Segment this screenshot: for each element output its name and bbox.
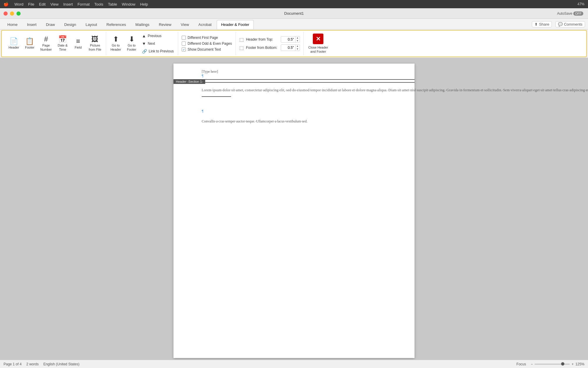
menu-edit[interactable]: Edit (39, 2, 46, 6)
close-x-icon (313, 34, 323, 44)
diff-first-page-label: Different First Page (188, 36, 218, 40)
type-here-text[interactable]: [Type here] (202, 69, 386, 74)
insert-group: 📄 Header 📋 Footer # PageNumber 📅 Date &T… (4, 32, 106, 55)
footer-label: Footer (25, 46, 34, 49)
status-bar: Page 1 of 4 2 words English (United Stat… (0, 360, 588, 368)
tab-references[interactable]: References (102, 20, 130, 29)
page-top-margin: [Type here] ¶ (173, 64, 415, 78)
minimize-window-button[interactable] (10, 11, 14, 16)
menu-insert[interactable]: Insert (63, 2, 73, 6)
maximize-window-button[interactable] (16, 11, 21, 16)
share-button[interactable]: ⬆ Share (532, 21, 552, 27)
document-area: [Type here] ¶ Header -Section 1- Lorem·i… (0, 58, 588, 360)
date-time-button[interactable]: 📅 Date &Time (56, 34, 70, 53)
tab-insert[interactable]: Insert (23, 20, 41, 29)
share-label: Share (539, 22, 549, 26)
header-section-label: Header -Section 1- (173, 79, 205, 84)
field-icon: ≡ (76, 38, 80, 45)
zoom-slider-track[interactable] (534, 364, 570, 365)
menu-word[interactable]: Word (14, 2, 24, 6)
next-button[interactable]: ▼ Next (140, 40, 176, 47)
go-to-footer-button[interactable]: ⬇ Go toFooter (125, 34, 138, 53)
menu-view[interactable]: View (50, 2, 59, 6)
diff-odd-even-checkbox[interactable] (182, 42, 186, 46)
tab-review[interactable]: Review (154, 20, 176, 29)
diff-odd-even-label: Different Odd & Even Pages (188, 42, 232, 46)
field-label: Field (75, 46, 82, 49)
menu-tools[interactable]: Tools (94, 2, 103, 6)
menu-file[interactable]: File (28, 2, 34, 6)
field-button[interactable]: ≡ Field (71, 36, 85, 51)
footer-bottom-spinners[interactable]: ▲ ▼ (295, 45, 300, 51)
picture-from-file-button[interactable]: 🖼 Picturefrom File (87, 34, 103, 53)
tab-draw[interactable]: Draw (41, 20, 59, 29)
battery-indicator: 47% (577, 2, 584, 6)
diff-first-page-checkbox[interactable] (182, 36, 186, 40)
previous-icon: ▲ (142, 34, 146, 38)
tab-mailings[interactable]: Mailings (131, 20, 154, 29)
zoom-in-icon[interactable]: + (572, 362, 574, 366)
go-to-footer-icon: ⬇ (129, 36, 135, 43)
date-time-icon: 📅 (58, 36, 67, 43)
header-top-spinners[interactable]: ▲ ▼ (295, 37, 300, 42)
zoom-level: 125% (575, 362, 584, 366)
close-window-button[interactable] (4, 11, 8, 16)
macos-menus: Word File Edit View Insert Format Tools … (14, 2, 148, 6)
tab-header-footer[interactable]: Header & Footer (217, 20, 254, 29)
zoom-slider-thumb[interactable] (561, 362, 564, 366)
header-from-top-input[interactable]: ▲ ▼ (281, 36, 300, 43)
tab-layout[interactable]: Layout (81, 20, 101, 29)
header-icon: 📄 (9, 38, 18, 45)
document-page: [Type here] ¶ Header -Section 1- Lorem·i… (173, 64, 415, 358)
header-top-down[interactable]: ▼ (295, 39, 300, 42)
header-from-top-label: Header from Top: (246, 37, 278, 42)
tab-design[interactable]: Design (60, 20, 81, 29)
footer-from-bottom-label: Footer from Bottom: (246, 46, 278, 50)
tab-acrobat[interactable]: Acrobat (194, 20, 216, 29)
tab-view[interactable]: View (176, 20, 193, 29)
menu-window[interactable]: Window (122, 2, 135, 6)
zoom-out-icon[interactable]: − (531, 362, 533, 366)
title-bar: Document1 AutoSave OFF (0, 8, 588, 19)
tab-home[interactable]: Home (3, 20, 22, 29)
ribbon-tabs-right: ⬆ Share 💬 Comments (532, 21, 585, 29)
zoom-control[interactable]: − + 125% (531, 362, 584, 366)
menu-table[interactable]: Table (108, 2, 117, 6)
show-doc-text-checkbox[interactable] (182, 47, 186, 52)
footer-from-bottom-input[interactable]: ▲ ▼ (281, 44, 300, 51)
diff-odd-even-row[interactable]: Different Odd & Even Pages (182, 42, 232, 46)
previous-button[interactable]: ▲ Previous (140, 33, 176, 39)
footer-area: ¶ (173, 103, 415, 119)
footer-bottom-up[interactable]: ▲ (295, 45, 300, 48)
paragraph-mark-top: ¶ (202, 74, 386, 78)
header-button[interactable]: 📄 Header (6, 36, 21, 51)
header-top-up[interactable]: ▲ (295, 37, 300, 39)
ribbon-tabs: Home Insert Draw Design Layout Reference… (0, 19, 588, 29)
menu-help[interactable]: Help (140, 2, 148, 6)
comments-button[interactable]: 💬 Comments (555, 21, 585, 27)
comments-icon: 💬 (558, 22, 563, 26)
macos-menubar: 🍎 Word File Edit View Insert Format Tool… (0, 0, 588, 8)
go-to-footer-label: Go toFooter (127, 44, 136, 51)
status-bar-right: Focus − + 125% (517, 362, 584, 366)
footer-from-bottom-row: ⬚ Footer from Bottom: ▲ ▼ (239, 44, 300, 51)
link-to-previous-button[interactable]: 🔗 Link to Previous (140, 48, 176, 54)
footer-bottom-value[interactable] (281, 45, 295, 50)
footer-button[interactable]: 📋 Footer (23, 36, 36, 51)
header-top-value[interactable] (281, 37, 295, 42)
page-number-button[interactable]: # PageNumber (38, 34, 54, 53)
document-body[interactable]: Lorem·ipsum·dolor·sit·amet,·consectetur·… (173, 83, 415, 103)
apple-icon[interactable]: 🍎 (4, 2, 9, 6)
traffic-lights[interactable] (4, 11, 21, 16)
focus-button[interactable]: Focus (517, 362, 526, 366)
footer-bottom-down[interactable]: ▼ (295, 48, 300, 51)
close-header-footer-button[interactable]: Close Headerand Footer (308, 34, 328, 54)
diff-first-page-row[interactable]: Different First Page (182, 36, 232, 40)
header-section[interactable]: Header -Section 1- (173, 79, 415, 83)
go-to-header-button[interactable]: ⬆ Go toHeader (108, 34, 123, 53)
page-count: Page 1 of 4 (4, 362, 21, 366)
comments-label: Comments (564, 22, 582, 26)
show-doc-text-row[interactable]: Show Document Text (182, 47, 232, 52)
menu-format[interactable]: Format (78, 2, 90, 6)
header-position-icon: ⬚ (239, 37, 244, 42)
